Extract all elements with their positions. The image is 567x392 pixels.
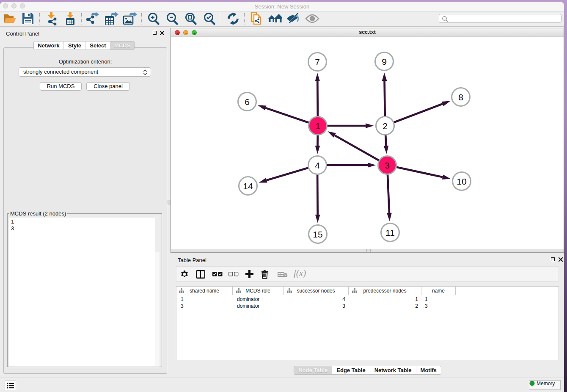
svg-text:6: 6 [245,97,250,107]
svg-text:9: 9 [382,57,387,66]
svg-text:2: 2 [383,121,388,131]
svg-text:15: 15 [313,229,322,239]
svg-text:14: 14 [243,181,253,191]
svg-text:4: 4 [315,160,320,170]
svg-text:10: 10 [457,177,466,186]
svg-text:3: 3 [385,160,390,170]
svg-text:1: 1 [315,121,320,131]
svg-text:8: 8 [458,92,463,102]
svg-text:7: 7 [315,57,320,67]
svg-text:11: 11 [385,228,395,237]
